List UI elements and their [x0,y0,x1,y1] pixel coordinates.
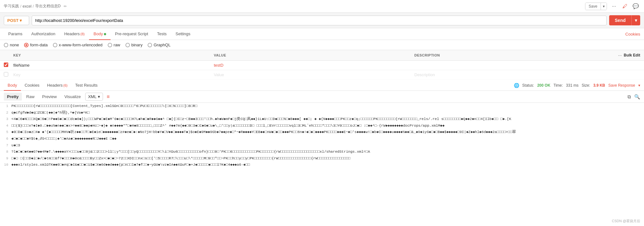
code-line: 10◆◆◆xl/styles.xmlΩTK◆◆0□◆#q□◆I&◆□□◆□i$◆… [0,162,644,168]
line-content: ◆□◆□◆□□◆Y$t◆_∂S<□□□□;◆'□◆Aa◆□◆◆◆◆◆◆◆◆R□J… [11,136,644,142]
line-number: 4 [0,123,11,129]
resp-tab-test-results[interactable]: Test Results [71,80,101,91]
breadcrumb-actions: Save ▾ ··· 🖊 💬 [585,2,640,10]
resp-tab-headers[interactable]: Headers(6) [43,80,72,91]
edit-icon[interactable]: ✏ [64,4,67,9]
code-line: 5◆0□D◆□Io◆z□4◆ ◆'{◆□□□□□MHV◆圻z◆◆□□T□◆E◆1… [0,129,644,136]
table-row: fileName testD [0,61,644,70]
checkbox-2[interactable] [4,72,8,76]
bulk-edit-button[interactable]: Bulk Edit [624,53,640,57]
fmt-tab-pretty[interactable]: Pretty [4,93,22,101]
th-description: DESCRIPTION [414,53,615,57]
save-response-arrow[interactable]: ▾ [638,83,640,88]
radio-circle-graphql [148,43,152,47]
th-actions: ··· Bulk Edit [615,53,640,58]
row-key-1[interactable]: fileName [13,63,214,68]
comment-icon-button[interactable]: 💬 [631,2,640,10]
radio-binary[interactable]: binary [125,43,143,47]
save-button[interactable]: Save [585,3,601,10]
row-checkbox-1[interactable] [4,63,13,68]
size-label: Size: [582,83,590,88]
save-dropdown-arrow[interactable]: ▾ [601,3,607,10]
filter-icon[interactable]: ≡ [107,94,110,100]
tab-params[interactable]: Params [4,28,27,40]
format-select[interactable]: XML ▾ [85,93,103,101]
row-checkbox-2[interactable] [4,72,13,77]
checkbox-1[interactable] [4,63,8,67]
radio-raw[interactable]: raw [108,43,120,47]
row-value-2[interactable]: Value [214,72,414,77]
response-time: 331 ms [566,83,578,88]
th-value: VALUE [214,53,414,57]
tab-settings[interactable]: Settings [171,28,195,40]
copy-icon[interactable]: ⧉ [628,94,631,100]
code-line: 3<4◆□6◆N□□□XQ◆□9◆□!P◆◆S◆□◆□□dc◆0◆]);□□□W… [0,116,644,123]
time-label: Time: [553,83,563,88]
more-options-button[interactable]: ··· [609,2,619,10]
url-input[interactable] [32,16,607,25]
radio-circle-urlencoded [53,43,57,47]
code-line: 8?l◆□◆□◆K◆◆G?◆◆4M◆T.\◆◆◆◆aY>□□□u◆□□0j&□□… [0,149,644,155]
line-number: 1 [0,103,11,109]
row-desc-2[interactable]: Description [414,72,615,77]
line-content: ◆0□D◆□Io◆z□4◆ ◆'{◆□□□□□MHV◆圻z◆◆□□T□◆E◆1e… [11,129,644,135]
more-cols-icon[interactable]: ··· [618,53,622,58]
fmt-tab-preview[interactable]: Preview [39,93,60,101]
radio-urlencoded[interactable]: x-www-form-urlencoded [53,43,103,47]
line-number: 2 [0,110,11,116]
save-response-button[interactable]: Save Response [608,83,635,88]
send-button[interactable]: Send [609,15,631,25]
status-ok: 200 OK [537,83,550,88]
body-type-row: none form-data x-www-form-urlencoded raw… [0,40,644,50]
line-content: ◆◆◆xl/styles.xmlΩTK◆◆0□◆#q□◆I&◆□□◆□i$◆□X… [11,162,644,168]
format-select-arrow: ▾ [98,94,100,99]
code-line: 2q◆cfgfW◆d◆q□ZCB□|◆◆|◆*h弱},^◆{Va◆^K□ [0,110,644,116]
line-number: 10 [0,162,11,168]
code-line: 9□◆□ □{□□D◆i□◆/□◆tm□□&f7◆□□□m◆8c&□□□□By□… [0,155,644,162]
flame-icon-button[interactable]: 🖊 [621,2,629,10]
method-select[interactable]: POST ▾ [4,16,29,25]
row-key-2[interactable]: Key [13,72,214,77]
resp-tab-body[interactable]: Body [4,80,21,91]
response-size: 3.9 KB [593,83,605,88]
globe-icon: 🌐 [514,83,519,88]
fmt-tab-visualize[interactable]: Visualize [61,93,84,101]
radio-graphql[interactable]: GraphQL [148,43,170,47]
tab-pre-request-script[interactable]: Pre-request Script [111,28,153,40]
line-content: q◆cfgfW◆d◆q□ZCB□|◆◆|◆*h弱},^◆{Va◆^K□ [11,110,644,116]
line-number: 3 [0,116,11,122]
table-row: Key Value Description [0,70,644,80]
tab-tests[interactable]: Tests [153,28,171,40]
code-line: 7u◆□3 [0,142,644,149]
line-content: <4◆□6◆N□□□XQ◆□9◆□!P◆◆S◆□◆□□dc◆0◆]);□□□WP… [11,116,644,122]
format-bar: Pretty Raw Preview Visualize XML ▾ ≡ ⧉ 🔍 [0,91,644,103]
tab-authorization[interactable]: Authorization [27,28,60,40]
send-dropdown-arrow[interactable]: ▾ [631,15,640,25]
code-line: 6◆□◆□◆□□◆Y$t◆_∂S<□□□□;◆'□◆Aa◆□◆◆◆◆◆◆◆◆R□… [0,136,644,142]
code-area[interactable]: 1PK□□□□□□□□{rW□□□□□□□□□□□□□□[Content_Typ… [0,103,644,192]
radio-form-data[interactable]: form-data [24,43,48,47]
line-content: u◆□3 [11,143,644,148]
fmt-tab-raw[interactable]: Raw [23,93,38,101]
breadcrumb-part2: excel [22,4,31,9]
line-content: PK□□□□□□□□{rW□□□□□□□□□□□□□□[Content_Type… [11,103,644,109]
line-number: 9 [0,156,11,162]
response-tabs-row: Body Cookies Headers(6) Test Results 🌐 S… [0,80,644,91]
search-icon[interactable]: 🔍 [634,94,640,100]
tab-body[interactable]: Body [89,28,111,40]
cookies-link[interactable]: Cookies [625,32,640,37]
tab-headers[interactable]: Headers(8) [60,28,89,40]
code-line: 4□□($}□□□v?◆I◆0.□◆◆u%◆n◆◆□◆x>=◆◆8□◆◆p◆Hc… [0,123,644,129]
breadcrumb-bar: 学习实践 / excel / 导出文档信息D ✏ Save ▾ ··· 🖊 💬 [0,0,644,13]
radio-none[interactable]: none [4,43,19,47]
line-number: 5 [0,129,11,135]
send-button-group: Send ▾ [609,15,640,25]
radio-circle-none [4,43,8,47]
breadcrumb-sep2: / [33,4,34,9]
resp-tab-cookies[interactable]: Cookies [21,80,43,91]
row-value-1[interactable]: testD [214,63,414,68]
method-label: POST [7,18,18,23]
line-number: 6 [0,136,11,142]
save-button-group: Save ▾ [585,3,607,10]
line-number: 7 [0,143,11,149]
